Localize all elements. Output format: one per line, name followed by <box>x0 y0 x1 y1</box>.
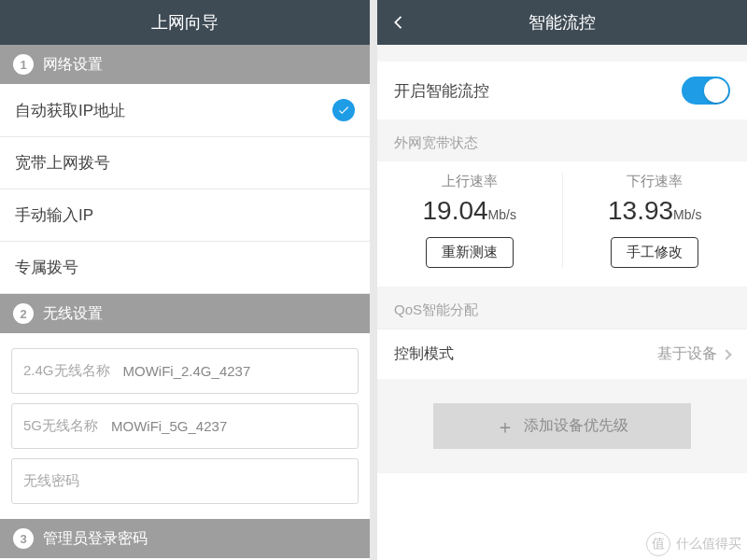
upload-value: 19.04Mb/s <box>423 196 516 226</box>
section-wireless: 2 无线设置 <box>0 294 370 333</box>
control-mode-value: 基于设备 <box>657 344 717 364</box>
wifi-24g-label: 2.4G无线名称 <box>23 362 110 380</box>
qos-alloc-label: QoS智能分配 <box>377 287 747 329</box>
qos-pane: 智能流控 开启智能流控 外网宽带状态 上行速率 19.04Mb/s 重新测速 下… <box>374 0 747 560</box>
control-mode-label: 控制模式 <box>394 344 454 364</box>
upload-title: 上行速率 <box>442 173 498 190</box>
wifi-password-placeholder: 无线密码 <box>23 472 79 490</box>
option-pppoe[interactable]: 宽带上网拨号 <box>0 137 370 189</box>
speed-panel: 上行速率 19.04Mb/s 重新测速 下行速率 13.93Mb/s 手工修改 <box>377 161 747 287</box>
section-admin: 3 管理员登录密码 <box>0 519 370 558</box>
enable-qos-label: 开启智能流控 <box>394 80 489 102</box>
control-mode-row[interactable]: 控制模式 基于设备 <box>377 329 747 379</box>
manual-edit-button[interactable]: 手工修改 <box>611 237 698 268</box>
watermark-text: 什么值得买 <box>676 536 741 553</box>
download-value: 13.93Mb/s <box>608 196 701 226</box>
option-manual-ip-label: 手动输入IP <box>15 204 93 226</box>
upload-col: 上行速率 19.04Mb/s 重新测速 <box>377 173 563 268</box>
enable-qos-toggle[interactable] <box>682 77 730 105</box>
option-auto-ip-label: 自动获取IP地址 <box>15 100 125 121</box>
add-device-label: 添加设备优先级 <box>524 416 628 436</box>
wifi-24g-field[interactable]: 2.4G无线名称 MOWiFi_2.4G_4237 <box>11 348 359 394</box>
qos-header: 智能流控 <box>377 0 747 45</box>
option-manual-ip[interactable]: 手动输入IP <box>0 189 370 242</box>
add-device-button[interactable]: ＋ 添加设备优先级 <box>433 403 691 449</box>
control-mode-value-wrap: 基于设备 <box>657 344 730 364</box>
section-network-label: 网络设置 <box>43 55 103 75</box>
download-col: 下行速率 13.93Mb/s 手工修改 <box>563 173 748 268</box>
wizard-pane: 上网向导 1 网络设置 自动获取IP地址 宽带上网拨号 手动输入IP 专属拨号 … <box>0 0 374 560</box>
chevron-right-icon <box>721 349 731 359</box>
watermark-icon: 值 <box>646 532 670 556</box>
plus-icon: ＋ <box>496 417 514 436</box>
option-auto-ip[interactable]: 自动获取IP地址 <box>0 84 370 137</box>
option-special-dial[interactable]: 专属拨号 <box>0 242 370 294</box>
step-1-badge: 1 <box>13 54 34 75</box>
chevron-left-icon <box>388 12 409 33</box>
wifi-24g-value: MOWiFi_2.4G_4237 <box>123 363 251 379</box>
retest-button[interactable]: 重新测速 <box>426 237 514 268</box>
enable-qos-row: 开启智能流控 <box>377 62 747 119</box>
option-special-dial-label: 专属拨号 <box>15 257 78 278</box>
wan-status-label: 外网宽带状态 <box>377 119 747 161</box>
wifi-5g-field[interactable]: 5G无线名称 MOWiFi_5G_4237 <box>11 403 359 449</box>
section-admin-label: 管理员登录密码 <box>43 529 148 549</box>
watermark: 值 什么值得买 <box>646 532 741 556</box>
wifi-5g-value: MOWiFi_5G_4237 <box>111 418 227 434</box>
wifi-password-field[interactable]: 无线密码 <box>11 458 359 504</box>
step-3-badge: 3 <box>13 528 34 549</box>
back-button[interactable] <box>388 0 409 45</box>
section-wireless-label: 无线设置 <box>43 304 103 324</box>
wifi-5g-label: 5G无线名称 <box>23 417 98 435</box>
step-2-badge: 2 <box>13 303 34 324</box>
option-pppoe-label: 宽带上网拨号 <box>15 152 110 174</box>
check-icon <box>332 99 355 121</box>
section-network: 1 网络设置 <box>0 45 370 84</box>
qos-title: 智能流控 <box>529 11 596 34</box>
download-title: 下行速率 <box>627 173 683 190</box>
wizard-title: 上网向导 <box>151 11 218 34</box>
wizard-header: 上网向导 <box>0 0 370 45</box>
